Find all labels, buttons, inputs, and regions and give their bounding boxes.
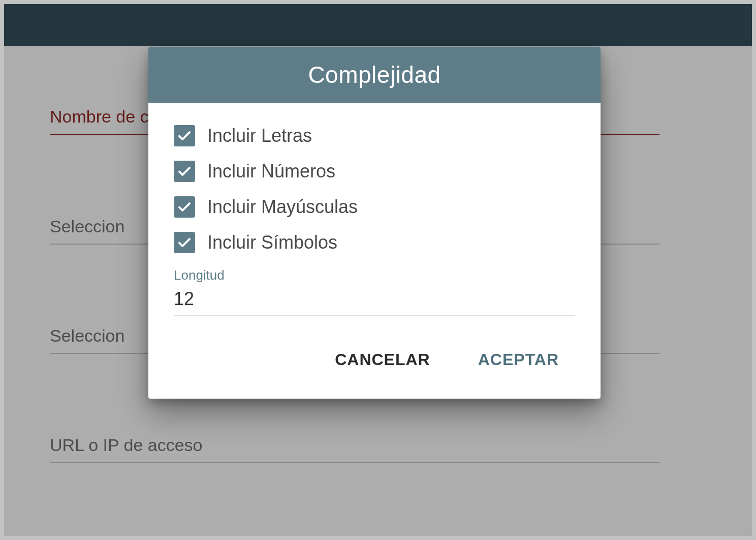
option-include-uppercase[interactable]: Incluir Mayúsculas	[174, 196, 575, 218]
dialog-title: Complejidad	[148, 47, 601, 103]
checkbox-icon	[174, 196, 195, 218]
cancel-button[interactable]: CANCELAR	[329, 346, 436, 373]
option-include-letters[interactable]: Incluir Letras	[174, 125, 575, 146]
length-field: Longitud	[174, 267, 575, 316]
accept-button[interactable]: ACEPTAR	[472, 346, 565, 373]
checkbox-icon	[174, 232, 195, 253]
length-label: Longitud	[174, 267, 575, 283]
option-label: Incluir Mayúsculas	[207, 196, 358, 218]
checkbox-icon	[174, 161, 195, 182]
dialog-actions: CANCELAR ACEPTAR	[148, 321, 601, 399]
complexity-dialog: Complejidad Incluir Letras Incluir Númer…	[148, 47, 601, 399]
dialog-body: Incluir Letras Incluir Números Incluir M…	[148, 103, 601, 321]
checkbox-icon	[174, 125, 195, 146]
option-include-symbols[interactable]: Incluir Símbolos	[174, 232, 575, 253]
option-label: Incluir Letras	[207, 125, 312, 146]
option-label: Incluir Símbolos	[207, 232, 337, 253]
option-include-numbers[interactable]: Incluir Números	[174, 161, 575, 182]
length-input[interactable]	[174, 286, 575, 316]
option-label: Incluir Números	[207, 161, 335, 182]
